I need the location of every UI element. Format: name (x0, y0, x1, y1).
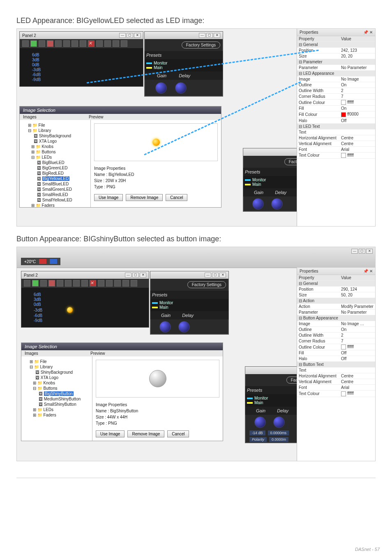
window-buttons[interactable]: —▢✕ (119, 33, 141, 38)
prop-row[interactable]: Corner Radius7 (297, 94, 375, 99)
browse-button[interactable]: … (360, 321, 364, 326)
panel-window: Panel 2 —▢✕ ✕ 6dB3dB0dB -3dB -6dB-9dB (21, 271, 149, 328)
delay-knob[interactable] (273, 416, 285, 428)
presets-header: Presets (145, 51, 223, 59)
preset-monitor[interactable]: Monitor (154, 61, 167, 65)
preset-monitor[interactable]: Monitor (254, 396, 268, 400)
flag-icon[interactable] (50, 259, 57, 264)
prop-row[interactable]: Vertical AlignmentCentre (297, 379, 375, 385)
properties-title: Properties (300, 30, 318, 35)
image-prop-type: Type : PNG (96, 420, 219, 426)
heading-led: LED Appearance: BIGyellowLED selected as… (16, 16, 376, 25)
use-image-button[interactable]: Use Image (96, 430, 125, 437)
prop-row[interactable]: ActionModify Parameter (297, 304, 375, 310)
preview-col-header: Preview (90, 351, 105, 356)
prop-row[interactable]: Outline Width2 (297, 333, 375, 338)
prop-row[interactable]: Fill Colourff0000 (297, 111, 375, 118)
prop-row[interactable]: Position290, 124 (297, 287, 375, 292)
cancel-button[interactable]: Cancel (166, 194, 187, 201)
delay-value2: 0.0000m (269, 437, 288, 442)
gain-knob[interactable] (155, 82, 167, 94)
preset-main[interactable]: Main (154, 65, 163, 70)
gain-knob[interactable] (159, 321, 171, 333)
tree-selected-item[interactable]: 🖼 BigYellowLED (22, 176, 88, 181)
prop-row[interactable]: Vertical AlignmentCentre (297, 141, 375, 146)
prop-row[interactable]: Position242, 123 (297, 48, 375, 53)
preview-window: —▢✕ Factory Settings Presets Monitor Mai… (144, 31, 223, 97)
heading-button: Button Appearance: BIGshinyButton select… (16, 235, 376, 243)
use-image-button[interactable]: Use Image (94, 194, 123, 201)
delay-knob[interactable] (178, 321, 190, 333)
preset-monitor[interactable]: Monitor (159, 301, 173, 305)
prop-row[interactable]: Corner Radius7 (297, 338, 375, 344)
window-buttons[interactable]: —▢✕ (125, 273, 146, 278)
prop-row[interactable]: ImageNo Image (297, 76, 375, 82)
db-scale: 6dB3dB0dB -3dB-6dB-9dB (20, 48, 143, 86)
prop-row[interactable]: FillOff (297, 350, 375, 356)
pin-icon[interactable]: 📌 ✕ (363, 30, 373, 35)
prop-row[interactable]: Horizontal AlignmentCentre (297, 135, 375, 141)
delay-knob[interactable] (175, 82, 187, 94)
screenshot-button: —▢✕ +20°C Panel 2 —▢✕ ✕ 6dB3dB0dB -3dB -… (16, 247, 376, 461)
prop-row[interactable]: OutlineOn (297, 327, 375, 333)
gain-label: Gain (256, 408, 265, 413)
images-col-header: Images (25, 351, 90, 356)
factory-settings-button[interactable]: Factory Settings (187, 281, 226, 288)
prop-row[interactable]: Text (297, 368, 375, 373)
gain-knob[interactable] (252, 198, 264, 210)
toolbar[interactable]: ✕ (20, 39, 143, 48)
toolbar[interactable]: ✕ (21, 279, 149, 288)
remove-image-button[interactable]: Remove Image (126, 194, 163, 201)
image-tree[interactable]: ⊞ 📁 File ⊟ 📁 Library 🖼 ShinyBackground 🖼… (22, 123, 88, 207)
prop-row[interactable]: FillOn (297, 106, 375, 111)
prop-row[interactable]: HaloOff (297, 356, 375, 362)
preset-main[interactable]: Main (254, 400, 263, 405)
prop-row[interactable]: ParameterNo Parameter (297, 310, 375, 315)
preset-main[interactable]: Main (252, 182, 261, 187)
image-prop-size: Size : 44W x 44H (96, 414, 219, 420)
preset-main[interactable]: Main (159, 305, 168, 310)
prop-row[interactable]: Text Colourffffff (297, 152, 375, 158)
cancel-button[interactable]: Cancel (167, 430, 189, 437)
image-tree[interactable]: ⊞ 📁 File ⊟ 📁 Library 🖼 ShinyBackground 🖼… (24, 359, 90, 418)
gain-label: Gain (157, 73, 166, 78)
image-properties-label: Image Properties (96, 402, 219, 408)
image-prop-size: Size : 20W x 20H (94, 178, 218, 184)
image-preview (94, 123, 218, 161)
flag-icon[interactable] (39, 259, 46, 264)
prop-row[interactable]: Size20, 20 (297, 53, 375, 59)
temperature-readout: +20°C (24, 259, 36, 264)
delay-knob[interactable] (271, 198, 283, 210)
tree-selected-item[interactable]: 🖼 BigShinyButton (24, 391, 90, 396)
prop-row[interactable]: FontArial (297, 385, 375, 391)
window-buttons[interactable]: —▢✕ (199, 33, 220, 38)
remove-image-button[interactable]: Remove Image (127, 430, 164, 437)
polarity-label[interactable]: Polarity (249, 437, 267, 442)
image-properties-label: Image Properties (94, 165, 218, 171)
prop-row[interactable]: OutlineOn (297, 82, 375, 88)
prop-row[interactable]: ImageNo Image … (297, 321, 375, 327)
gain-knob[interactable] (254, 416, 266, 428)
image-prop-name: Name : BigYellowLED (94, 171, 218, 178)
prop-row[interactable]: FontArial (297, 146, 375, 152)
prop-row[interactable]: HaloOff (297, 118, 375, 123)
factory-settings-button[interactable]: Factory Settings (182, 42, 220, 49)
prop-row[interactable]: Text Colourffffff (297, 391, 375, 397)
delay-value: 0.0000ms (268, 430, 289, 435)
prop-row[interactable]: Horizontal AlignmentCentre (297, 373, 375, 379)
led-icon (67, 307, 73, 313)
preview-window: —▢✕ Factory Settings Presets Monitor Mai… (150, 271, 229, 335)
delay-label: Delay (275, 190, 286, 195)
window-buttons[interactable]: —▢✕ (351, 249, 373, 254)
prop-row[interactable]: ParameterNo Parameter (297, 65, 375, 71)
pin-icon[interactable]: 📌 ✕ (363, 269, 373, 273)
prop-row[interactable]: Outline Width2 (297, 88, 375, 94)
prop-row[interactable]: Text (297, 129, 375, 135)
prop-row[interactable]: Outline Colourffffff (297, 344, 375, 350)
prop-row[interactable]: Size50, 20 (297, 292, 375, 298)
image-selection-panel: Image Selection Images Preview ⊞ 📁 File … (19, 106, 221, 208)
window-buttons[interactable]: —▢✕ (205, 273, 226, 278)
preview-col-header: Preview (89, 115, 104, 119)
prop-row[interactable]: Outline Colourffffff (297, 99, 375, 106)
preset-monitor[interactable]: Monitor (252, 178, 266, 182)
